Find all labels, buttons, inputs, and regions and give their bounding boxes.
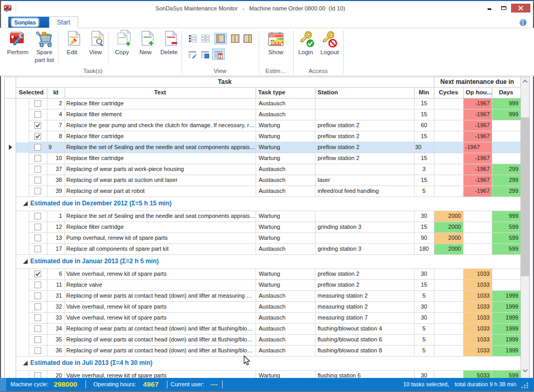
svg-text:2: 2 (220, 55, 222, 58)
